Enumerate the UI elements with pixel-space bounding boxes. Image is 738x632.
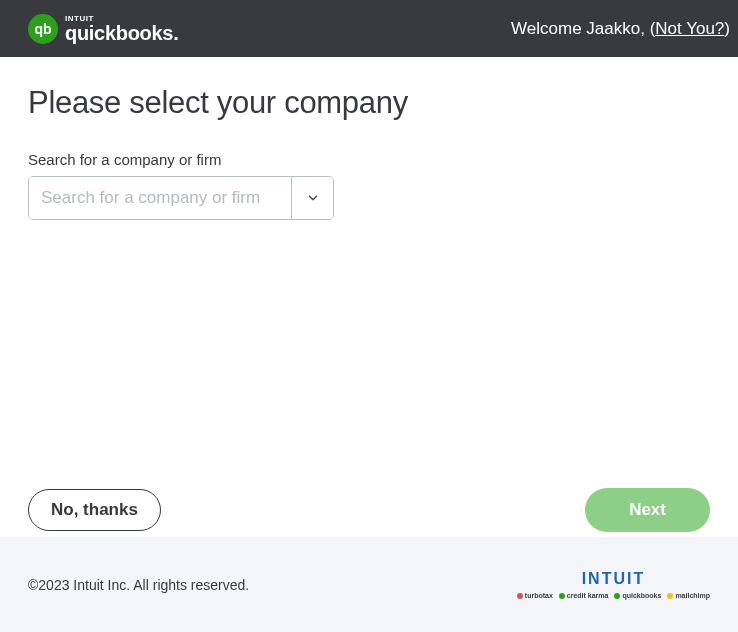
brand-turbotax: turbotax [517, 592, 553, 599]
footer: ©2023 Intuit Inc. All rights reserved. I… [0, 537, 738, 632]
brand-mailchimp: mailchimp [667, 592, 710, 599]
search-input[interactable] [29, 177, 291, 219]
app-header: qb INTUIT quickbooks. Welcome Jaakko, (N… [0, 0, 738, 57]
search-label: Search for a company or firm [28, 151, 710, 168]
dot-icon [517, 593, 523, 599]
welcome-message: Welcome Jaakko, (Not You?) [511, 19, 730, 39]
brand-mailchimp-label: mailchimp [675, 592, 710, 599]
main-content: Please select your company Search for a … [0, 57, 738, 220]
brand-creditkarma-label: credit karma [567, 592, 609, 599]
quickbooks-logo-icon: qb [28, 14, 58, 44]
page-title: Please select your company [28, 85, 710, 121]
brand-turbotax-label: turbotax [525, 592, 553, 599]
brand-quickbooks-label: quickbooks [622, 592, 661, 599]
action-bar: No, thanks Next [0, 488, 738, 532]
dot-icon [559, 593, 565, 599]
dropdown-toggle[interactable] [291, 177, 333, 219]
chevron-down-icon [306, 191, 320, 205]
intuit-wordmark: INTUIT [582, 570, 646, 588]
welcome-close: ) [724, 19, 730, 38]
welcome-sep: , ( [640, 19, 655, 38]
logo: qb INTUIT quickbooks. [28, 14, 178, 44]
no-thanks-button[interactable]: No, thanks [28, 489, 161, 531]
next-button[interactable]: Next [585, 488, 710, 532]
dot-icon [614, 593, 620, 599]
welcome-username: Jaakko [586, 19, 640, 38]
welcome-prefix: Welcome [511, 19, 586, 38]
company-search-combobox[interactable] [28, 176, 334, 220]
logo-quickbooks-text: quickbooks. [65, 23, 178, 43]
copyright-text: ©2023 Intuit Inc. All rights reserved. [28, 577, 249, 593]
not-you-link[interactable]: Not You? [655, 19, 724, 38]
brand-quickbooks: quickbooks [614, 592, 661, 599]
dot-icon [667, 593, 673, 599]
logo-text: INTUIT quickbooks. [65, 15, 178, 43]
footer-brand-block: INTUIT turbotax credit karma quickbooks … [517, 570, 710, 599]
brand-creditkarma: credit karma [559, 592, 609, 599]
brand-row: turbotax credit karma quickbooks mailchi… [517, 592, 710, 599]
